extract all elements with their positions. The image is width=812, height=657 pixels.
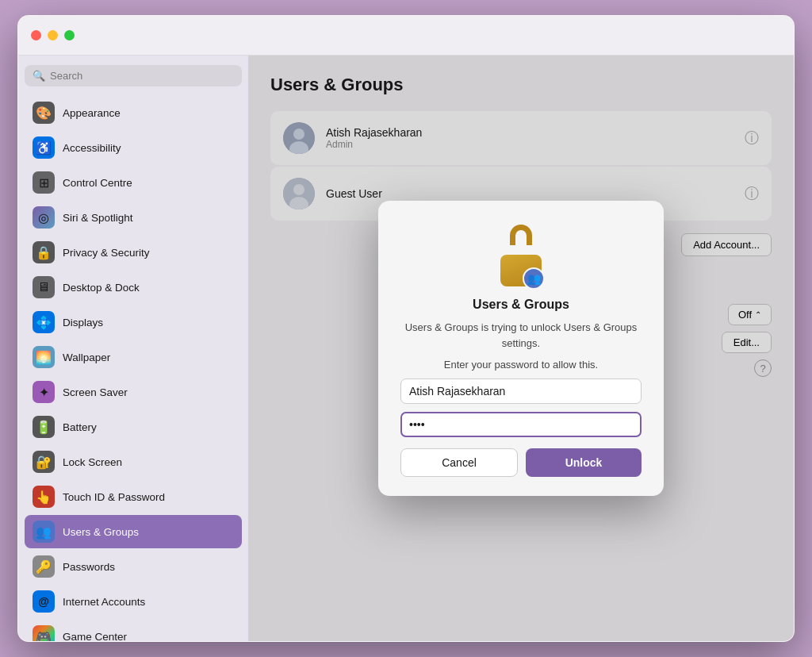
accessibility-icon: ♿ xyxy=(33,136,55,159)
sidebar-item-label: Privacy & Security xyxy=(63,247,150,259)
sidebar-item-users-groups[interactable]: 👥 Users & Groups xyxy=(25,515,242,548)
game-center-icon: 🎮 xyxy=(33,625,55,641)
sidebar-item-displays[interactable]: 💠 Displays xyxy=(25,305,242,339)
sidebar: 🔍 🎨 Appearance ♿ Accessibility ⊞ Control… xyxy=(18,56,248,641)
search-icon: 🔍 xyxy=(33,70,45,82)
cancel-button[interactable]: Cancel xyxy=(400,448,518,477)
username-field[interactable] xyxy=(400,378,642,404)
dialog-description: Users & Groups is trying to unlock Users… xyxy=(400,320,642,351)
sidebar-item-control-centre[interactable]: ⊞ Control Centre xyxy=(25,166,242,199)
dialog-icon: 👥 xyxy=(489,223,553,286)
sidebar-item-label: Battery xyxy=(63,421,97,433)
sidebar-item-accessibility[interactable]: ♿ Accessibility xyxy=(25,131,242,164)
sidebar-item-label: Control Centre xyxy=(63,177,132,189)
privacy-icon: 🔒 xyxy=(33,241,55,263)
sidebar-item-game-center[interactable]: 🎮 Game Center xyxy=(25,620,242,641)
control-centre-icon: ⊞ xyxy=(33,171,55,194)
sidebar-item-siri-spotlight[interactable]: ◎ Siri & Spotlight xyxy=(25,201,242,234)
content-area: Users & Groups Atish Rajasekharan Admin … xyxy=(248,56,794,641)
sidebar-item-label: Lock Screen xyxy=(63,456,122,468)
users-groups-icon: 👥 xyxy=(33,521,55,543)
battery-icon: 🔋 xyxy=(33,416,55,438)
lock-shackle xyxy=(510,225,532,245)
sidebar-item-label: Displays xyxy=(63,317,103,328)
siri-icon: ◎ xyxy=(33,206,55,229)
search-input[interactable] xyxy=(50,70,234,82)
sidebar-item-label: Game Center xyxy=(63,631,127,642)
users-badge-icon: 👥 xyxy=(523,267,545,290)
sidebar-item-appearance[interactable]: 🎨 Appearance xyxy=(25,96,242,129)
sidebar-item-label: Screen Saver xyxy=(63,386,128,398)
sidebar-item-battery[interactable]: 🔋 Battery xyxy=(25,410,242,444)
search-box[interactable]: 🔍 xyxy=(25,65,242,86)
lock-screen-icon: 🔐 xyxy=(33,451,55,473)
sidebar-item-label: Users & Groups xyxy=(63,526,139,538)
minimize-button[interactable] xyxy=(48,30,58,40)
unlock-dialog: 👥 Users & Groups Users & Groups is tryin… xyxy=(378,201,664,496)
sidebar-item-privacy-security[interactable]: 🔒 Privacy & Security xyxy=(25,236,242,269)
sidebar-item-desktop-dock[interactable]: 🖥 Desktop & Dock xyxy=(25,271,242,304)
appearance-icon: 🎨 xyxy=(33,102,55,124)
titlebar xyxy=(18,16,794,56)
sidebar-item-internet-accounts[interactable]: @ Internet Accounts xyxy=(25,585,242,618)
maximize-button[interactable] xyxy=(64,30,75,40)
dialog-overlay: 👥 Users & Groups Users & Groups is tryin… xyxy=(248,56,794,641)
touch-id-icon: 👆 xyxy=(33,486,55,508)
wallpaper-icon: 🌅 xyxy=(33,346,55,368)
sidebar-item-wallpaper[interactable]: 🌅 Wallpaper xyxy=(25,340,242,374)
dialog-title: Users & Groups xyxy=(473,298,569,312)
sidebar-item-label: Internet Accounts xyxy=(63,596,145,608)
sidebar-item-label: Desktop & Dock xyxy=(63,282,140,294)
lock-body: 👥 xyxy=(500,255,542,286)
password-field[interactable] xyxy=(400,412,642,437)
displays-icon: 💠 xyxy=(33,311,55,333)
dialog-sub-prompt: Enter your password to allow this. xyxy=(444,359,598,371)
sidebar-item-label: Touch ID & Password xyxy=(63,491,165,503)
main-layout: 🔍 🎨 Appearance ♿ Accessibility ⊞ Control… xyxy=(18,56,794,641)
desktop-dock-icon: 🖥 xyxy=(33,276,55,298)
close-button[interactable] xyxy=(31,30,41,40)
sidebar-item-label: Accessibility xyxy=(63,142,121,154)
sidebar-item-lock-screen[interactable]: 🔐 Lock Screen xyxy=(25,445,242,478)
passwords-icon: 🔑 xyxy=(33,555,55,578)
sidebar-item-label: Appearance xyxy=(63,107,121,119)
unlock-button[interactable]: Unlock xyxy=(526,448,642,477)
sidebar-item-touch-id[interactable]: 👆 Touch ID & Password xyxy=(25,480,242,513)
screen-saver-icon: ✦ xyxy=(33,381,55,403)
sidebar-item-label: Siri & Spotlight xyxy=(63,212,133,224)
internet-accounts-icon: @ xyxy=(33,590,55,613)
sidebar-item-passwords[interactable]: 🔑 Passwords xyxy=(25,550,242,583)
system-settings-window: 🔍 🎨 Appearance ♿ Accessibility ⊞ Control… xyxy=(17,15,795,642)
window-controls xyxy=(31,30,75,40)
sidebar-item-label: Passwords xyxy=(63,561,115,573)
sidebar-item-screen-saver[interactable]: ✦ Screen Saver xyxy=(25,375,242,409)
dialog-buttons: Cancel Unlock xyxy=(400,448,642,477)
sidebar-item-label: Wallpaper xyxy=(63,352,110,363)
